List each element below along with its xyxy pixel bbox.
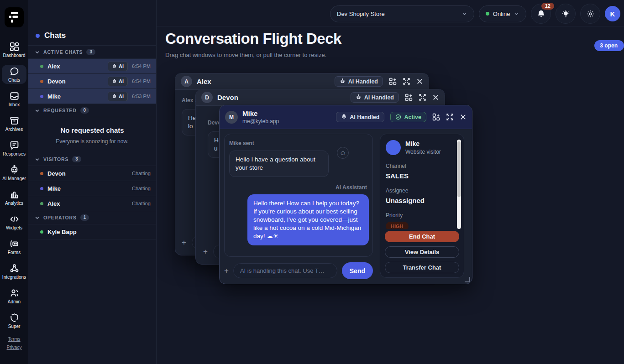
section-requested[interactable]: REQUESTED 0 <box>28 104 156 117</box>
transfer-chat-button[interactable]: Transfer Chat <box>385 262 459 273</box>
lightbulb-icon <box>561 10 570 18</box>
end-chat-button[interactable]: End Chat <box>385 231 459 242</box>
window-title: Alex <box>197 78 330 85</box>
visitor-avatar: Mike <box>386 140 401 155</box>
sidebar-item-label: Dashboard <box>3 53 26 58</box>
archives-icon <box>10 116 19 125</box>
window-header-mike[interactable]: M Mike me@kyleb.app AI Handled Active <box>220 105 472 129</box>
assignee-label: Assignee <box>386 187 455 194</box>
close-button[interactable] <box>416 78 423 85</box>
visitor-name: Devon <box>47 170 128 177</box>
visitor-row-mike[interactable]: Mike Chatting <box>28 181 156 196</box>
sidebar-item-responses[interactable]: Responses <box>2 139 26 158</box>
chat-name: Devon <box>47 78 104 85</box>
close-button[interactable] <box>460 114 467 120</box>
chat-name: Mike <box>47 93 104 100</box>
visitor-name: Mike <box>405 140 441 147</box>
integrations-icon <box>10 264 19 273</box>
chat-row-alex[interactable]: Alex AI 6:54 PM <box>28 59 156 74</box>
sidebar-item-admin[interactable]: Admin <box>2 286 26 306</box>
minimize-to-grid-button[interactable] <box>432 113 440 121</box>
presence-dot <box>40 95 43 98</box>
privacy-link[interactable]: Privacy <box>7 345 22 350</box>
window-title: Mike <box>242 109 331 117</box>
grid-plus-icon <box>389 78 397 85</box>
scrollbar-thumb[interactable] <box>457 141 461 197</box>
sidebar-item-label: Analytics <box>5 201 23 206</box>
visitor-row-alex[interactable]: Alex Chatting <box>28 196 156 211</box>
empty-state-subtitle: Everyone is snoozing for now. <box>36 138 149 145</box>
sidebar-item-super[interactable]: Super <box>2 311 26 330</box>
avatar: M <box>225 111 238 124</box>
status-selector[interactable]: Online <box>479 5 526 22</box>
store-selector[interactable]: Dev Shopify Store <box>330 5 474 22</box>
gear-icon <box>586 10 595 18</box>
sidebar-item-analytics[interactable]: Analytics <box>2 188 26 207</box>
sidebar-item-ai-manager[interactable]: AI Manager <box>2 163 26 182</box>
notification-count-badge: 12 <box>541 3 554 10</box>
chat-row-mike[interactable]: Mike AI 6:53 PM <box>28 89 156 104</box>
rail-nav: Dashboard Chats Inbox Archives Responses… <box>2 40 26 330</box>
visitor-details-panel: Mike Mike Website visitor Channel SALES … <box>380 134 464 278</box>
window-header-alex[interactable]: A Alex AI Handled <box>175 73 429 90</box>
expand-button[interactable] <box>403 78 410 85</box>
user-avatar[interactable]: K <box>605 6 620 21</box>
section-active-chats[interactable]: ACTIVE CHATS 3 <box>28 46 156 59</box>
section-visitors[interactable]: VISITORS 3 <box>28 153 156 166</box>
resize-handle[interactable] <box>465 277 470 282</box>
sidebar-item-dashboard[interactable]: Dashboard <box>2 40 26 59</box>
presence-dot <box>40 202 43 205</box>
sidebar-item-integrations[interactable]: Integrations <box>2 262 26 281</box>
ai-badge: AI <box>108 62 128 71</box>
composer-mike: + Send <box>224 262 373 279</box>
chat-window-mike[interactable]: M Mike me@kyleb.app AI Handled Active Mi… <box>219 105 472 284</box>
tips-button[interactable] <box>556 4 576 24</box>
expand-button[interactable] <box>419 94 426 101</box>
settings-button[interactable] <box>580 4 600 24</box>
operator-row-kyle[interactable]: Kyle Bapp <box>28 224 156 239</box>
expand-icon <box>403 78 410 85</box>
sidebar-item-chats[interactable]: Chats <box>2 65 26 84</box>
view-details-button[interactable]: View Details <box>385 246 459 258</box>
section-label: ACTIVE CHATS <box>43 49 83 55</box>
page-title: Conversation Flight Deck <box>165 30 341 47</box>
widgets-icon <box>10 214 19 224</box>
dashboard-icon <box>10 42 19 52</box>
chats-panel-title: Chats <box>44 31 66 40</box>
section-operators[interactable]: OPERATORS 1 <box>28 211 156 224</box>
sidebar-item-widgets[interactable]: Widgets <box>2 213 26 232</box>
sidebar-item-inbox[interactable]: Inbox <box>2 89 26 109</box>
chat-row-devon[interactable]: Devon AI 6:54 PM <box>28 74 156 89</box>
send-button[interactable]: Send <box>342 262 373 279</box>
message-list: Mike sent Hello I have a question about … <box>224 134 373 257</box>
responses-icon <box>10 140 19 150</box>
sidebar-item-archives[interactable]: Archives <box>2 114 26 133</box>
active-status-badge: Active <box>390 112 426 122</box>
chevron-down-icon <box>35 157 40 162</box>
expand-button[interactable] <box>446 113 454 121</box>
emoji-reaction-button[interactable]: ☺ <box>337 147 349 159</box>
visitor-status: Chatting <box>132 186 151 191</box>
robot-icon <box>356 94 362 100</box>
sidebar-item-label: Archives <box>5 127 23 132</box>
minimize-to-grid-button[interactable] <box>389 78 397 85</box>
minimize-to-grid-button[interactable] <box>405 94 413 101</box>
attach-button[interactable]: + <box>203 247 208 256</box>
attach-button[interactable]: + <box>224 266 229 276</box>
visitor-status: Chatting <box>132 201 151 206</box>
open-chats-badge: 3 open <box>594 40 624 51</box>
attach-button[interactable]: + <box>182 238 186 247</box>
message-input[interactable] <box>233 263 337 278</box>
visitor-row-devon[interactable]: Devon Chatting <box>28 166 156 181</box>
notifications-button[interactable]: 12 <box>531 4 551 24</box>
chats-panel: Chats ACTIVE CHATS 3 Alex AI 6:54 PM Dev… <box>28 0 157 364</box>
details-scrollbar[interactable] <box>457 140 461 229</box>
robot-icon <box>112 64 117 69</box>
window-header-devon[interactable]: D Devon AI Handled <box>196 89 445 106</box>
terms-link[interactable]: Terms <box>8 337 20 342</box>
close-button[interactable] <box>432 94 439 101</box>
grid-plus-icon <box>405 94 413 101</box>
chevron-down-icon <box>35 50 40 55</box>
window-body-mike: Mike sent Hello I have a question about … <box>220 129 472 284</box>
sidebar-item-forms[interactable]: Forms <box>2 237 26 256</box>
